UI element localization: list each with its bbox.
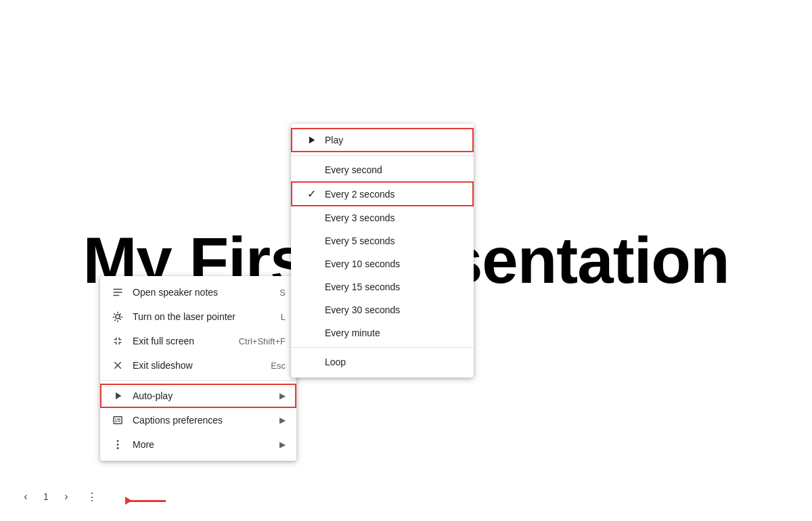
menu-item-laser-pointer[interactable]: Turn on the laser pointer L <box>100 304 296 329</box>
more-options-button[interactable]: ⋮ <box>80 484 104 509</box>
menu-label-exit-fullscreen: Exit full screen <box>133 336 231 346</box>
submenu-item-every-15-seconds[interactable]: Every 15 seconds <box>291 275 474 298</box>
laser-icon <box>111 310 125 323</box>
prev-icon: ‹ <box>24 491 27 503</box>
submenu-label-every-30-seconds: Every 30 seconds <box>325 304 400 315</box>
submenu-label-every-2-seconds: Every 2 seconds <box>325 189 395 200</box>
shortcut-laser-pointer: L <box>281 312 286 322</box>
menu-label-exit-slideshow: Exit slideshow <box>133 360 263 371</box>
next-icon: › <box>64 491 68 503</box>
submenu-label-every-5-seconds: Every 5 seconds <box>325 235 395 246</box>
submenu-label-loop: Loop <box>325 357 346 367</box>
next-slide-button[interactable]: › <box>54 484 78 509</box>
svg-rect-2 <box>113 295 119 296</box>
submenu-divider-1 <box>291 155 474 156</box>
page-number: 1 <box>39 491 53 502</box>
menu-label-open-speaker-notes: Open speaker notes <box>133 287 271 298</box>
submenu-item-every-3-seconds[interactable]: Every 3 seconds <box>291 206 474 229</box>
checkmark-icon-every-2-seconds: ✓ <box>304 187 318 200</box>
play-icon-submenu <box>304 134 318 146</box>
menu-item-more[interactable]: More ▶ <box>100 432 296 457</box>
arrow-right-icon-auto-play: ▶ <box>279 391 286 401</box>
menu-item-exit-slideshow[interactable]: Exit slideshow Esc <box>100 353 296 378</box>
menu-label-captions-prefs: Captions preferences <box>133 415 271 426</box>
menu-item-auto-play[interactable]: Auto-play ▶ <box>100 384 296 408</box>
svg-point-3 <box>117 440 119 442</box>
submenu-item-every-30-seconds[interactable]: Every 30 seconds <box>291 298 474 321</box>
menu-label-laser-pointer: Turn on the laser pointer <box>133 311 273 322</box>
captions-icon <box>111 413 125 427</box>
submenu-divider-2 <box>291 347 474 348</box>
svg-point-5 <box>117 447 119 449</box>
bottom-toolbar: ‹ 1 › ⋮ <box>14 484 104 509</box>
shortcut-open-speaker-notes: S <box>279 288 286 298</box>
autoplay-submenu: Play Every second ✓ Every 2 seconds Ever… <box>291 124 474 378</box>
submenu-item-every-minute[interactable]: Every minute <box>291 321 474 344</box>
menu-divider-1 <box>100 380 296 381</box>
dots-vertical-icon <box>111 438 125 451</box>
submenu-label-every-15-seconds: Every 15 seconds <box>325 281 400 292</box>
play-triangle-icon <box>111 389 125 403</box>
context-menu: Open speaker notes S Turn on the laser p… <box>100 276 296 461</box>
submenu-item-every-5-seconds[interactable]: Every 5 seconds <box>291 229 474 252</box>
svg-rect-1 <box>113 292 122 293</box>
submenu-item-every-2-seconds[interactable]: ✓ Every 2 seconds <box>291 181 474 206</box>
submenu-play-label: Play <box>325 135 343 145</box>
menu-item-captions-prefs[interactable]: Captions preferences ▶ <box>100 408 296 432</box>
submenu-label-every-minute: Every minute <box>325 327 380 338</box>
arrow-right-icon-captions: ▶ <box>279 415 286 425</box>
menu-item-open-speaker-notes[interactable]: Open speaker notes S <box>100 280 296 304</box>
vertical-dots-icon: ⋮ <box>87 491 97 503</box>
submenu-play-button[interactable]: Play <box>291 128 474 152</box>
menu-lines-icon <box>111 286 125 299</box>
arrow-right-icon-more: ▶ <box>279 440 286 449</box>
red-arrow-indicator <box>125 500 166 502</box>
prev-slide-button[interactable]: ‹ <box>14 484 38 509</box>
submenu-item-every-10-seconds[interactable]: Every 10 seconds <box>291 252 474 275</box>
menu-item-exit-fullscreen[interactable]: Exit full screen Ctrl+Shift+F <box>100 329 296 353</box>
svg-rect-0 <box>113 289 122 290</box>
submenu-label-every-10-seconds: Every 10 seconds <box>325 258 400 269</box>
menu-label-more: More <box>133 439 271 450</box>
close-x-icon <box>111 359 125 372</box>
submenu-item-loop[interactable]: Loop <box>291 350 474 373</box>
submenu-label-every-second: Every second <box>325 164 382 175</box>
svg-point-4 <box>117 444 119 446</box>
shortcut-exit-slideshow: Esc <box>271 361 286 371</box>
shortcut-exit-fullscreen: Ctrl+Shift+F <box>239 336 286 346</box>
menu-label-auto-play: Auto-play <box>133 390 271 401</box>
submenu-item-every-second[interactable]: Every second <box>291 158 474 181</box>
submenu-label-every-3-seconds: Every 3 seconds <box>325 212 395 223</box>
fullscreen-exit-icon <box>111 334 125 348</box>
